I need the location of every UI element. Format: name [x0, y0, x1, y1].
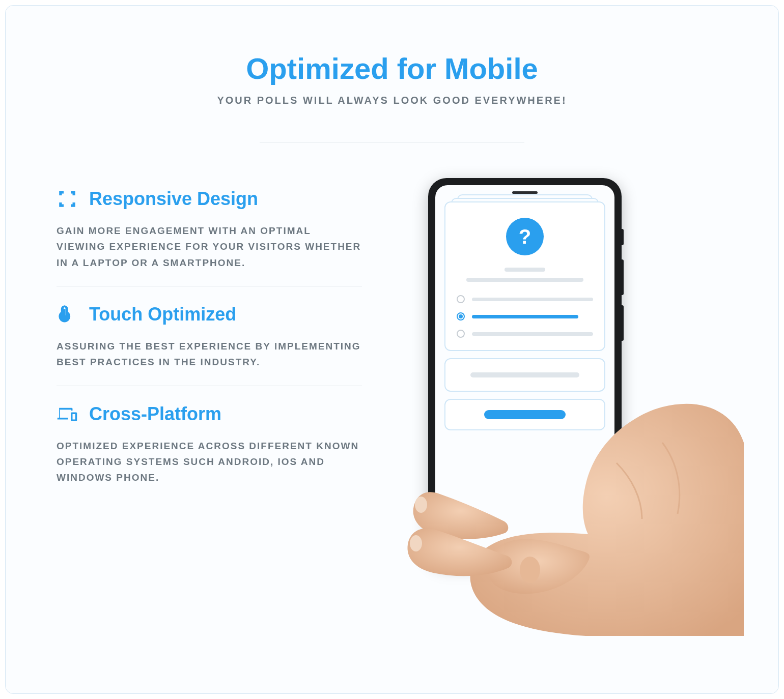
features-list: Responsive Design Gain more engagement w…	[57, 178, 362, 501]
feature-heading: Touch Optimized	[57, 304, 362, 325]
phone-side-button	[622, 259, 624, 295]
feature-desc: Gain more engagement with an optimal vie…	[57, 223, 362, 271]
content-row: Responsive Design Gain more engagement w…	[57, 178, 727, 595]
header: Optimized for Mobile Your polls will alw…	[57, 51, 727, 142]
placeholder-line	[472, 298, 593, 301]
placeholder-line	[472, 332, 593, 336]
radio-icon	[457, 295, 465, 303]
divider	[260, 142, 524, 142]
phone-illustration: ?	[382, 178, 727, 595]
feature-cross-platform: Cross-Platform Optimized experience acro…	[57, 386, 362, 501]
question-icon: ?	[506, 218, 544, 255]
placeholder-line	[470, 372, 579, 377]
phone-side-button	[622, 305, 624, 341]
feature-title: Touch Optimized	[89, 304, 236, 325]
feature-desc: Optimized experience across different kn…	[57, 438, 362, 486]
poll-option-selected	[457, 312, 593, 321]
feature-heading: Responsive Design	[57, 188, 362, 210]
poll-sub-card	[444, 358, 605, 392]
phone-speaker	[512, 191, 538, 194]
feature-title: Responsive Design	[89, 188, 258, 210]
touch-icon	[57, 304, 78, 325]
page-title: Optimized for Mobile	[57, 51, 727, 85]
radio-selected-icon	[457, 312, 465, 321]
poll-option	[457, 295, 593, 303]
feature-card: Optimized for Mobile Your polls will alw…	[5, 5, 779, 694]
feature-desc: Assuring the best experience by implemen…	[57, 338, 362, 370]
feature-responsive: Responsive Design Gain more engagement w…	[57, 183, 362, 286]
radio-icon	[457, 330, 465, 338]
phone-mockup: ?	[428, 178, 622, 565]
poll-card: ?	[444, 201, 605, 351]
phone-screen: ?	[435, 185, 614, 558]
expand-icon	[57, 188, 78, 210]
phone-side-button	[622, 229, 624, 245]
svg-point-2	[410, 535, 422, 551]
placeholder-line	[472, 315, 578, 318]
feature-title: Cross-Platform	[89, 403, 221, 425]
feature-heading: Cross-Platform	[57, 403, 362, 425]
devices-icon	[57, 403, 78, 425]
feature-touch: Touch Optimized Assuring the best experi…	[57, 286, 362, 386]
poll-options	[457, 295, 593, 338]
svg-point-1	[415, 497, 427, 513]
poll-submit-card	[444, 399, 605, 430]
poll-card-stack: ?	[444, 201, 605, 351]
poll-option	[457, 330, 593, 338]
page-subtitle: Your polls will always look good everywh…	[57, 95, 727, 106]
placeholder-line	[505, 268, 545, 272]
placeholder-line	[466, 278, 583, 282]
submit-button-placeholder	[484, 410, 566, 419]
